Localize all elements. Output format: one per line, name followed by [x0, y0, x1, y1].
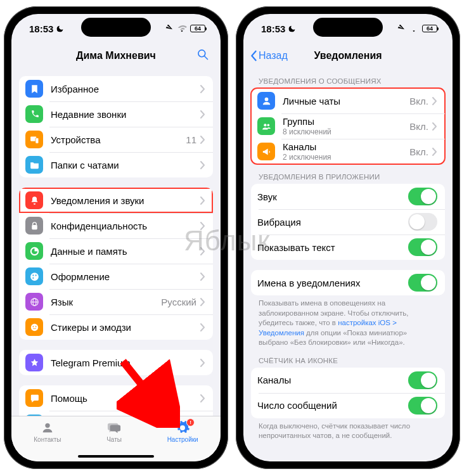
- back-button[interactable]: Назад: [250, 50, 288, 61]
- section-header: УВЕДОМЛЕНИЯ О СООБЩЕНИЯХ: [251, 68, 445, 88]
- row-text[interactable]: Показывать текст: [251, 235, 445, 260]
- toggle-count[interactable]: [408, 397, 437, 415]
- chevron-right-icon: [200, 247, 205, 255]
- chats-icon: [106, 420, 122, 435]
- chevron-right-icon: [432, 122, 437, 131]
- chevron-right-icon: [432, 148, 437, 156]
- row-label: Помощь: [51, 393, 200, 404]
- svg-point-21: [267, 124, 269, 126]
- svg-point-6: [30, 273, 39, 281]
- svg-point-14: [32, 326, 34, 327]
- globe-icon: [25, 293, 43, 311]
- row-label: Данные и память: [51, 246, 200, 257]
- row-label: Уведомления и звуки: [51, 195, 200, 206]
- row-label: Число сообщений: [257, 400, 408, 411]
- row-private[interactable]: Личные чаты Вкл.: [251, 88, 445, 113]
- row-value: Вкл.: [409, 96, 428, 106]
- row-sound[interactable]: Звук: [251, 184, 445, 209]
- row-label: Избранное: [51, 84, 200, 94]
- row-calls[interactable]: Недавние звонки: [19, 101, 213, 127]
- page-title: Уведомления: [314, 50, 382, 61]
- section-header: СЧЁТЧИК НА ИКОНКЕ: [251, 348, 445, 368]
- status-time: 18:53: [29, 23, 53, 34]
- row-data[interactable]: Данные и память: [19, 238, 213, 264]
- tab-settings[interactable]: ! Настройки: [167, 420, 198, 443]
- toggle-names[interactable]: [408, 274, 437, 292]
- row-label: Язык: [51, 297, 161, 307]
- row-count[interactable]: Число сообщений: [251, 393, 445, 418]
- chevron-right-icon: [432, 97, 437, 105]
- row-label: Каналы: [257, 375, 408, 385]
- row-help[interactable]: Помощь: [19, 385, 213, 411]
- row-value: Вкл.: [409, 146, 428, 157]
- section-footer: Когда выключено, счётчик показывает числ…: [251, 418, 445, 441]
- row-groups[interactable]: Группы8 исключений Вкл.: [251, 113, 445, 139]
- row-vibrate[interactable]: Вибрация: [251, 209, 445, 235]
- search-button[interactable]: [196, 48, 209, 63]
- svg-rect-3: [35, 138, 38, 143]
- contacts-icon: [39, 420, 56, 435]
- navbar: Назад Уведомления: [243, 43, 453, 68]
- chevron-left-icon: [250, 50, 257, 61]
- chevron-right-icon: [200, 196, 205, 205]
- row-label: Каналы: [283, 141, 409, 152]
- row-label: Показывать текст: [257, 242, 408, 253]
- row-label: Имена в уведомлениях: [257, 278, 408, 288]
- svg-point-9: [32, 277, 34, 278]
- row-label: Личные чаты: [283, 96, 409, 106]
- svg-line-1: [205, 56, 208, 60]
- svg-rect-4: [32, 225, 37, 229]
- airplane-icon: [397, 25, 406, 32]
- row-devices[interactable]: Устройства 11: [19, 127, 213, 152]
- chevron-right-icon: [200, 323, 205, 331]
- airplane-icon: [165, 25, 174, 32]
- row-language[interactable]: Язык Русский: [19, 289, 213, 314]
- row-appearance[interactable]: Оформление: [19, 264, 213, 289]
- row-faq[interactable]: ? Вопросы о Telegram: [19, 411, 213, 416]
- chevron-right-icon: [200, 161, 205, 169]
- row-favorites[interactable]: Избранное: [19, 76, 213, 101]
- moon-icon: [288, 25, 296, 33]
- svg-point-8: [35, 274, 36, 276]
- row-premium[interactable]: Telegram Premium: [19, 350, 213, 375]
- bell-icon: [25, 191, 43, 209]
- svg-point-7: [32, 274, 34, 276]
- row-ch_badge[interactable]: Каналы: [251, 368, 445, 393]
- toggle-text[interactable]: [408, 238, 437, 256]
- tab-contacts[interactable]: Контакты: [34, 420, 61, 443]
- star-icon: [25, 354, 43, 371]
- toggle-ch_badge[interactable]: [408, 371, 437, 389]
- row-names[interactable]: Имена в уведомлениях: [251, 270, 445, 295]
- row-sublabel: 8 исключений: [283, 127, 409, 136]
- svg-point-15: [35, 326, 36, 327]
- group-icon: [257, 117, 275, 135]
- battery-indicator: 64: [422, 25, 437, 32]
- row-label: Папки с чатами: [51, 160, 200, 170]
- sticker-icon: [25, 318, 43, 336]
- row-value: Русский: [161, 297, 196, 307]
- toggle-vibrate[interactable]: [408, 213, 437, 231]
- row-stickers[interactable]: Стикеры и эмодзи: [19, 314, 213, 340]
- svg-point-13: [30, 323, 37, 330]
- chevron-right-icon: [200, 298, 205, 306]
- chart-icon: [25, 242, 43, 260]
- row-channels[interactable]: Каналы2 исключения Вкл.: [251, 139, 445, 164]
- row-notifications[interactable]: Уведомления и звуки: [19, 188, 213, 213]
- tab-chats[interactable]: Чаты: [106, 420, 122, 443]
- row-folders[interactable]: Папки с чатами: [19, 152, 213, 177]
- phone-right: 18:53 64 Назад Уведомления УВЕДОМЛЕНИЯ О…: [236, 6, 460, 469]
- home-indicator: [78, 455, 154, 458]
- phone-left: 18:53 64 Дима Михневич Избранное: [4, 6, 228, 469]
- row-privacy[interactable]: Конфиденциальность: [19, 213, 213, 238]
- bookmark-icon: [25, 80, 43, 98]
- phone-icon: [25, 105, 43, 123]
- row-sublabel: 2 исключения: [283, 153, 409, 162]
- settings-list: Избранное Недавние звонки Устройства 11 …: [11, 68, 221, 416]
- navbar: Дима Михневич: [11, 43, 221, 68]
- chevron-right-icon: [200, 85, 205, 93]
- tab-bar: Контакты Чаты ! Настройки: [11, 416, 221, 461]
- chevron-right-icon: [200, 110, 205, 119]
- devices-icon: [25, 131, 43, 148]
- palette-icon: [25, 267, 43, 285]
- toggle-sound[interactable]: [408, 188, 437, 205]
